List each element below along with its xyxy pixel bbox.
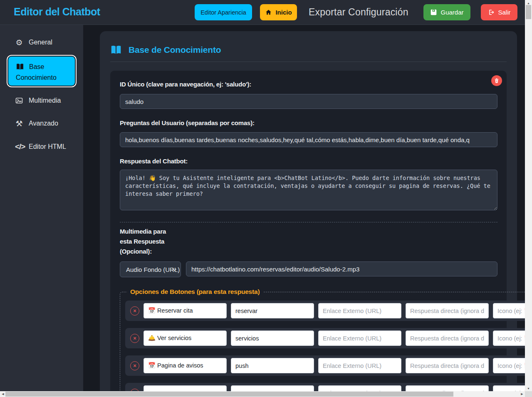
salir-label: Salir — [498, 9, 510, 16]
button-url-input[interactable] — [318, 358, 401, 373]
close-icon: × — [133, 363, 136, 368]
vertical-scrollbar-thumb[interactable] — [526, 5, 531, 19]
sidebar-item-multimedia[interactable]: Multimedia — [7, 94, 76, 107]
book-open-icon — [110, 45, 122, 55]
code-icon: </> — [15, 142, 23, 151]
trash-icon — [494, 78, 500, 84]
button-options-legend: Opciones de Botones (para esta respuesta… — [127, 288, 263, 296]
app-header: Editor del Chatbot Editor Apariencia Ini… — [0, 0, 525, 25]
multimedia-type-selected-value: Audio Fondo (URL) — [126, 266, 180, 273]
book-open-icon — [16, 63, 24, 70]
sidebar-item-label: General — [29, 39, 52, 46]
sidebar-item-label: Avanzado — [29, 120, 58, 127]
remove-button-option[interactable]: × — [130, 361, 139, 370]
sidebar: ⚙ General Base Conocimiento Multimedia ⚒… — [0, 25, 83, 391]
inicio-button[interactable]: Inicio — [260, 4, 297, 20]
questions-label: Preguntas del Usuario (separadas por com… — [120, 119, 255, 126]
delete-entry-button[interactable] — [491, 75, 502, 86]
button-label-input[interactable] — [144, 358, 227, 373]
remove-button-option[interactable]: × — [130, 306, 139, 316]
vertical-scrollbar[interactable]: ▲ ▼ — [525, 0, 532, 391]
sidebar-item-avanzado[interactable]: ⚒ Avanzado — [7, 117, 76, 130]
button-key-input[interactable] — [231, 303, 314, 318]
button-key-input[interactable] — [231, 330, 314, 346]
sidebar-item-label: Editor HTML — [29, 143, 66, 150]
button-url-input[interactable] — [318, 303, 401, 318]
save-icon — [430, 9, 437, 16]
button-key-input[interactable] — [231, 358, 314, 373]
close-icon: × — [133, 335, 136, 341]
button-option-row: × — [125, 301, 532, 321]
salir-button[interactable]: Salir — [481, 4, 517, 20]
button-options-fieldset: Opciones de Botones (para esta respuesta… — [120, 288, 532, 397]
multimedia-type-select[interactable]: Audio Fondo (URL) — [120, 261, 181, 277]
button-url-input[interactable] — [318, 330, 401, 346]
response-textarea[interactable]: ¡Hola! 👋 Soy tu Asistente inteligente pa… — [120, 170, 497, 210]
sidebar-item-general[interactable]: ⚙ General — [7, 36, 76, 49]
horizontal-scrollbar[interactable]: ◀ ▶ — [0, 391, 525, 397]
id-input[interactable] — [120, 94, 497, 109]
scroll-left-icon[interactable]: ◀ — [0, 391, 6, 397]
button-direct-response-input[interactable] — [406, 330, 489, 346]
button-label-input[interactable] — [144, 303, 227, 318]
sidebar-item-label: Multimedia — [29, 97, 61, 104]
button-option-row: × — [125, 355, 532, 376]
editor-apariencia-label: Editor Apariencia — [200, 9, 246, 16]
button-direct-response-input[interactable] — [406, 303, 489, 318]
logout-icon — [487, 9, 495, 16]
editor-apariencia-button[interactable]: Editor Apariencia — [195, 4, 252, 20]
heading-divider — [110, 62, 507, 62]
scroll-down-icon[interactable]: ▼ — [525, 385, 532, 391]
export-configuration-title: Exportar Configuración — [309, 7, 408, 18]
horizontal-scrollbar-thumb[interactable] — [5, 392, 453, 397]
guardar-button[interactable]: Guardar — [423, 4, 470, 20]
id-label: ID Único (clave para navegación, ej: 'sa… — [120, 81, 251, 88]
page-title: Base de Conocimiento — [129, 45, 221, 55]
guardar-label: Guardar — [440, 9, 463, 16]
tools-icon: ⚒ — [15, 119, 23, 128]
multimedia-label: Multimedia para esta Respuesta (Opcional… — [120, 227, 174, 256]
page-heading: Base de Conocimiento — [110, 45, 221, 55]
response-label: Respuesta del Chatbot: — [120, 158, 188, 165]
sidebar-item-editor-html[interactable]: </> Editor HTML — [7, 140, 76, 153]
section-divider — [120, 222, 497, 222]
inicio-label: Inicio — [275, 9, 292, 16]
button-option-row: × — [125, 328, 532, 348]
button-label-input[interactable] — [144, 330, 227, 346]
button-direct-response-input[interactable] — [406, 358, 489, 373]
multimedia-url-input[interactable] — [186, 261, 497, 276]
scrollbar-corner — [525, 391, 532, 397]
knowledge-entry-card: ID Único (clave para navegación, ej: 'sa… — [110, 71, 507, 397]
gear-icon: ⚙ — [15, 38, 23, 47]
remove-button-option[interactable]: × — [130, 334, 139, 343]
close-icon: × — [133, 308, 136, 313]
images-icon — [15, 96, 23, 105]
sidebar-item-base-conocimiento[interactable]: Base Conocimiento — [7, 56, 76, 86]
scroll-right-icon[interactable]: ▶ — [519, 391, 525, 397]
app-title: Editor del Chatbot — [14, 6, 100, 18]
questions-input[interactable] — [120, 132, 497, 147]
main-panel: Base de Conocimiento ID Único (clave par… — [100, 31, 517, 397]
home-icon — [265, 9, 272, 16]
